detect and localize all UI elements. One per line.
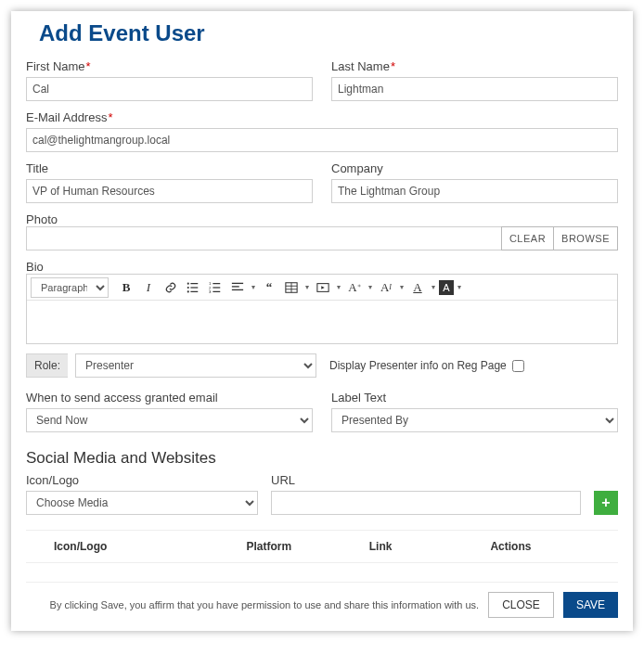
first-name-label: First Name <box>26 59 313 73</box>
media-table: Icon/Logo Platform Link Actions <box>26 530 618 563</box>
last-name-label: Last Name <box>331 59 618 73</box>
svg-marker-20 <box>321 286 325 289</box>
footer: By clicking Save, you affirm that you ha… <box>26 582 618 618</box>
bullet-list-icon[interactable] <box>183 277 203 298</box>
photo-label: Photo <box>26 212 58 226</box>
when-send-label: When to send access granted email <box>26 391 313 405</box>
title-input[interactable] <box>26 179 313 203</box>
bold-icon[interactable]: B <box>116 277 136 298</box>
table-icon[interactable] <box>281 277 302 298</box>
svg-point-0 <box>187 282 189 284</box>
last-name-input[interactable] <box>331 77 618 101</box>
save-button[interactable]: SAVE <box>563 592 618 618</box>
svg-point-2 <box>187 286 189 288</box>
label-text-select[interactable]: Presented By <box>331 408 618 432</box>
display-presenter-checkbox[interactable] <box>512 360 524 372</box>
disclaimer-text: By clicking Save, you affirm that you ha… <box>50 599 480 610</box>
italic-icon[interactable]: I <box>138 277 159 298</box>
role-label: Role: <box>26 353 68 378</box>
svg-rect-11 <box>213 290 220 291</box>
svg-rect-12 <box>232 282 243 283</box>
link-icon[interactable] <box>161 277 181 298</box>
font-family-caret-icon[interactable]: ▾ <box>398 283 406 291</box>
label-text-label: Label Text <box>331 391 618 405</box>
svg-rect-5 <box>190 290 198 291</box>
editor-toolbar: Paragraph B I 123 ▾ “ ▾ <box>27 275 617 301</box>
add-event-user-panel: Add Event User First Name Last Name E-Ma… <box>11 11 633 631</box>
media-icon[interactable] <box>313 277 333 298</box>
icon-logo-label: Icon/Logo <box>26 473 258 487</box>
display-presenter-check[interactable]: Display Presenter info on Reg Page <box>329 359 524 372</box>
th-link: Link <box>369 531 431 563</box>
social-media-heading: Social Media and Websites <box>26 449 618 468</box>
number-list-icon[interactable]: 123 <box>205 277 225 298</box>
text-color-caret-icon[interactable]: ▾ <box>430 283 437 291</box>
bg-color-caret-icon[interactable]: ▾ <box>456 283 463 291</box>
photo-input[interactable] <box>26 226 501 250</box>
table-header-row: Icon/Logo Platform Link Actions <box>26 531 618 563</box>
quote-icon[interactable]: “ <box>259 277 279 298</box>
email-input[interactable] <box>26 128 618 152</box>
svg-rect-9 <box>213 287 220 288</box>
close-button[interactable]: CLOSE <box>488 592 554 618</box>
svg-rect-14 <box>232 289 243 289</box>
table-caret-icon[interactable]: ▾ <box>303 283 311 291</box>
company-input[interactable] <box>331 179 618 203</box>
bio-editor: Paragraph B I 123 ▾ “ ▾ <box>26 274 618 344</box>
align-icon[interactable] <box>227 277 248 298</box>
page-title: Add Event User <box>26 20 618 46</box>
paragraph-select[interactable]: Paragraph <box>31 277 109 298</box>
url-label: URL <box>271 473 581 487</box>
url-input[interactable] <box>271 491 581 515</box>
role-select[interactable]: Presenter <box>75 353 316 378</box>
svg-rect-13 <box>232 286 239 287</box>
name-row: First Name Last Name <box>26 59 618 101</box>
bg-color-icon[interactable]: A <box>439 280 454 295</box>
text-color-icon[interactable]: A <box>407 277 428 298</box>
th-actions: Actions <box>431 531 618 563</box>
svg-rect-7 <box>213 283 220 284</box>
when-send-select[interactable]: Send Now <box>26 408 313 432</box>
email-label: E-Mail Address <box>26 110 618 124</box>
company-label: Company <box>331 161 618 175</box>
bio-textarea[interactable] <box>27 301 617 343</box>
svg-rect-3 <box>190 287 198 288</box>
th-platform: Platform <box>246 531 368 563</box>
media-caret-icon[interactable]: ▾ <box>335 283 342 291</box>
first-name-input[interactable] <box>26 77 313 101</box>
browse-button[interactable]: BROWSE <box>554 226 618 250</box>
font-size-caret-icon[interactable]: ▾ <box>367 283 374 291</box>
svg-point-4 <box>187 290 189 292</box>
add-media-button[interactable]: + <box>594 491 618 515</box>
bio-label: Bio <box>26 260 44 274</box>
choose-media-select[interactable]: Choose Media <box>26 491 258 515</box>
svg-text:3: 3 <box>209 289 212 294</box>
font-size-icon[interactable]: A⁺ <box>344 277 365 298</box>
font-family-icon[interactable]: AI <box>376 277 396 298</box>
th-icon-logo: Icon/Logo <box>26 531 246 563</box>
align-caret-icon[interactable]: ▾ <box>250 283 257 291</box>
title-label: Title <box>26 161 313 175</box>
clear-button[interactable]: CLEAR <box>501 226 554 250</box>
svg-rect-1 <box>190 283 198 284</box>
